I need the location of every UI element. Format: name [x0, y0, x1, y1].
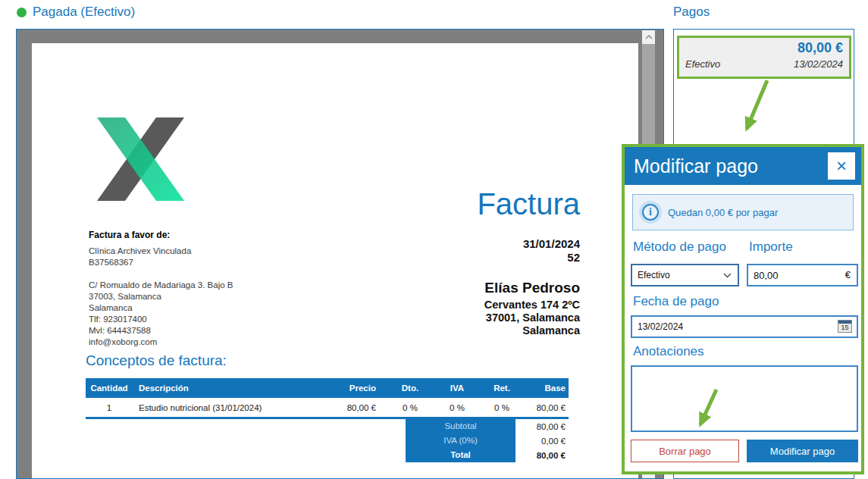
invoice-title: Factura	[477, 187, 580, 221]
payments-panel-title: Pagos	[673, 5, 710, 20]
sender-name: Clínica Archivex Vinculada	[89, 246, 233, 257]
concepts-title: Conceptos de factura:	[86, 352, 227, 369]
header-cantidad: Cantidad	[86, 384, 133, 393]
total-value: 80,00 €	[515, 451, 569, 460]
cell-ret: 0 %	[481, 403, 523, 412]
payment-date: 13/02/2024	[794, 58, 843, 70]
payment-method: Efectivo	[685, 58, 720, 70]
sender-title: Factura a favor de:	[89, 230, 233, 241]
dialog-titlebar: Modificar pago ×	[625, 147, 861, 185]
date-field-wrap: 15	[631, 315, 858, 338]
notes-label: Anotaciones	[633, 344, 704, 359]
totals-row-subtotal: Subtotal 80,00 €	[86, 419, 569, 434]
table-header-row: Cantidad Descripción Precio Dto. IVA Ret…	[86, 378, 569, 398]
submit-payment-button[interactable]: Modificar pago	[747, 440, 858, 462]
paid-status-dot-icon	[17, 8, 27, 17]
scrollbar-up-button[interactable]	[642, 30, 655, 43]
invoice-number: 52	[523, 251, 580, 265]
info-icon: i	[642, 204, 659, 221]
payment-method-select[interactable]: Efectivo	[631, 264, 739, 286]
total-label: Total	[406, 448, 515, 462]
cell-dto: 0 %	[387, 403, 434, 412]
document-viewer: Factura a favor de: Clínica Archivex Vin…	[16, 29, 664, 479]
iva-label: IVA (0%)	[406, 434, 515, 448]
cell-precio: 80,00 €	[318, 403, 387, 412]
amount-input[interactable]	[748, 265, 832, 285]
invoice-meta: 31/01/2024 52	[523, 237, 580, 265]
invoice-date: 31/01/2024	[523, 237, 580, 251]
sender-address2: 37003, Salamanca	[89, 291, 233, 302]
header-base: Base	[523, 384, 569, 393]
delete-payment-button[interactable]: Borrar pago	[631, 440, 739, 462]
cell-iva: 0 %	[434, 403, 481, 412]
dialog-title: Modificar pago	[625, 147, 861, 185]
invoice-status: Pagada (Efectivo)	[17, 5, 135, 20]
header-iva: IVA	[434, 384, 481, 393]
subtotal-label: Subtotal	[406, 419, 515, 434]
sender-address3: Salamanca	[89, 302, 233, 314]
header-descripcion: Descripción	[133, 384, 318, 393]
client-address3: Salamanca	[484, 324, 580, 337]
header-precio: Precio	[318, 384, 387, 393]
info-message: Quedan 0,00 € por pagar	[668, 207, 778, 218]
status-label: Pagada (Efectivo)	[33, 5, 135, 20]
company-logo	[97, 117, 184, 201]
sender-phone: Tlf: 923017400	[89, 314, 233, 325]
client-address2: 37001, Salamanca	[484, 312, 580, 324]
app-window: Pagada (Efectivo) Pagos Factura a favor …	[0, 0, 868, 479]
client-name: Elías Pedroso	[484, 280, 580, 296]
invoice-page: Factura a favor de: Clínica Archivex Vin…	[32, 43, 638, 479]
table-row: 1 Estudio nutricional (31/01/2024) 80,00…	[86, 398, 569, 417]
concepts-table: Cantidad Descripción Precio Dto. IVA Ret…	[86, 378, 569, 462]
sender-block: Factura a favor de: Clínica Archivex Vin…	[89, 230, 233, 348]
chevron-down-icon	[723, 273, 732, 278]
currency-suffix: €	[845, 269, 851, 280]
client-address1: Cervantes 174 2ºC	[484, 299, 580, 312]
chevron-up-icon	[645, 35, 653, 39]
calendar-icon[interactable]: 15	[838, 320, 852, 333]
client-block: Elías Pedroso Cervantes 174 2ºC 37001, S…	[484, 280, 580, 337]
modify-payment-dialog: Modificar pago × i Quedan 0,00 € por pag…	[622, 144, 864, 474]
close-button[interactable]: ×	[828, 152, 855, 180]
iva-value: 0,00 €	[515, 437, 569, 446]
payment-list-item[interactable]: 80,00 € Efectivo 13/02/2024	[677, 36, 851, 79]
sender-tax-id: B37568367	[89, 257, 233, 268]
date-label: Fecha de pago	[633, 294, 719, 309]
notes-textarea[interactable]	[631, 365, 858, 432]
header-dto: Dto.	[387, 384, 434, 393]
header-ret: Ret.	[481, 384, 523, 393]
date-input[interactable]	[632, 317, 829, 337]
sender-email: info@xoborg.com	[89, 337, 233, 348]
cell-base: 80,00 €	[523, 403, 569, 412]
subtotal-value: 80,00 €	[515, 422, 569, 431]
cell-descripcion: Estudio nutricional (31/01/2024)	[133, 403, 318, 412]
info-banner: i Quedan 0,00 € por pagar	[632, 194, 854, 230]
totals-row-iva: IVA (0%) 0,00 €	[86, 434, 569, 448]
sender-address1: C/ Romualdo de Madariaga 3. Bajo B	[89, 280, 233, 291]
method-label: Método de pago	[633, 240, 726, 255]
cell-cantidad: 1	[86, 403, 133, 412]
payment-method-value: Efectivo	[638, 270, 670, 280]
amount-field-wrap: €	[747, 264, 858, 286]
sender-mobile: Mvl: 644437588	[89, 325, 233, 337]
amount-label: Importe	[749, 240, 793, 255]
payment-amount: 80,00 €	[685, 40, 843, 56]
totals-row-total: Total 80,00 €	[86, 448, 569, 462]
close-icon: ×	[836, 155, 847, 177]
